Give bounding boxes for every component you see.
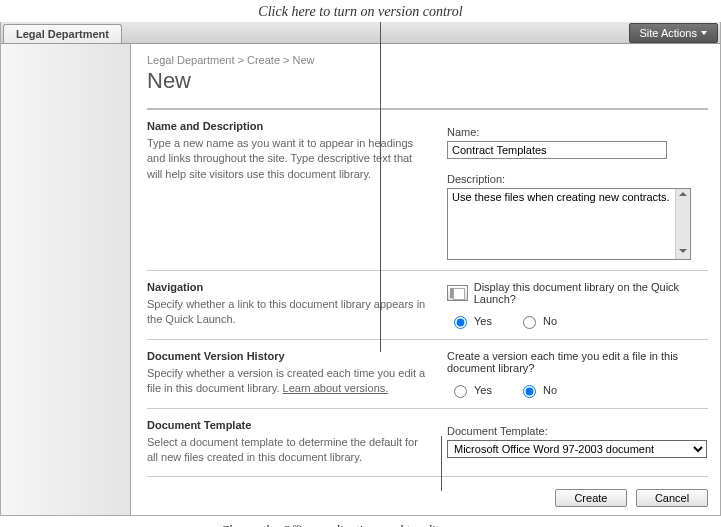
section-desc-template: Select a document template to determine … (147, 435, 427, 466)
quick-launch-icon (447, 285, 468, 301)
section-title-version: Document Version History (147, 350, 427, 362)
annotation-top: Click here to turn on version control (0, 0, 721, 22)
annotation-bottom: Choose the Office application used to ed… (0, 522, 721, 527)
scrollbar[interactable] (675, 189, 690, 259)
version-no-option[interactable]: No (518, 382, 557, 398)
divider (147, 108, 708, 110)
main-content: Legal Department > Create > New New Name… (131, 44, 720, 515)
tab-legal-department[interactable]: Legal Department (3, 24, 122, 43)
ql-no-option[interactable]: No (518, 313, 557, 329)
version-question: Create a version each time you edit a fi… (447, 350, 708, 374)
section-title-navigation: Navigation (147, 281, 427, 293)
annotation-pointer-bottom (441, 436, 442, 491)
page-title: New (147, 68, 708, 94)
divider (147, 408, 708, 409)
description-textarea[interactable]: Use these files when creating new contra… (448, 189, 676, 259)
top-bar: Legal Department Site Actions (1, 22, 720, 44)
divider (147, 339, 708, 340)
chevron-down-icon (701, 31, 707, 35)
create-button[interactable]: Create (555, 489, 627, 507)
no-label: No (543, 384, 557, 396)
name-input[interactable] (447, 141, 667, 159)
ql-yes-radio[interactable] (454, 316, 467, 329)
template-label: Document Template: (447, 425, 708, 437)
version-no-radio[interactable] (523, 385, 536, 398)
section-desc-version: Specify whether a version is created eac… (147, 366, 427, 397)
section-title-template: Document Template (147, 419, 427, 431)
template-select[interactable]: Microsoft Office Word 97-2003 document (447, 440, 707, 458)
cancel-button[interactable]: Cancel (636, 489, 708, 507)
yes-label: Yes (474, 315, 492, 327)
description-label: Description: (447, 173, 708, 185)
section-desc-name-desc: Type a new name as you want it to appear… (147, 136, 427, 182)
section-desc-navigation: Specify whether a link to this document … (147, 297, 427, 328)
ql-yes-option[interactable]: Yes (449, 313, 492, 329)
divider (147, 270, 708, 271)
left-nav (1, 44, 131, 515)
divider (147, 476, 708, 477)
section-title-name-desc: Name and Description (147, 120, 427, 132)
no-label: No (543, 315, 557, 327)
yes-label: Yes (474, 384, 492, 396)
ql-no-radio[interactable] (523, 316, 536, 329)
learn-about-versions-link[interactable]: Learn about versions. (283, 382, 389, 394)
annotation-pointer-top (380, 22, 381, 352)
scroll-up-icon (679, 192, 687, 196)
site-actions-menu[interactable]: Site Actions (629, 23, 718, 43)
version-yes-radio[interactable] (454, 385, 467, 398)
scroll-down-icon (679, 249, 687, 253)
quick-launch-question: Display this document library on the Qui… (474, 281, 708, 305)
version-yes-option[interactable]: Yes (449, 382, 492, 398)
name-label: Name: (447, 126, 708, 138)
site-actions-label: Site Actions (640, 27, 697, 39)
breadcrumb: Legal Department > Create > New (147, 54, 708, 66)
